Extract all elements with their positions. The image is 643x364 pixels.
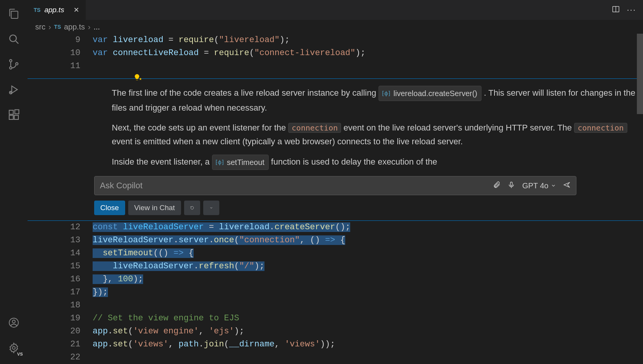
main-area: TS app.ts ✕ ··· src › TS app.ts › ... 9 …	[28, 0, 643, 364]
more-options-button[interactable]	[203, 201, 219, 215]
copilot-inline-panel: The first line of the code creates a liv…	[28, 78, 643, 221]
svg-rect-9	[14, 115, 18, 119]
code-line	[93, 60, 643, 73]
svg-point-2	[9, 60, 11, 62]
lightbulb-icon[interactable]	[133, 73, 142, 81]
line-number-gutter: 12 13 14 15 16 17 18 19 20 21 22	[28, 221, 93, 364]
svg-point-3	[9, 67, 11, 69]
typescript-badge-icon: TS	[54, 24, 61, 30]
code-line: var livereload = require("livereload");	[93, 34, 643, 47]
code-line: app.set('views', path.join(__dirname, 'v…	[93, 338, 643, 351]
copilot-action-row: Close View in Chat	[28, 201, 643, 220]
code-line	[93, 351, 643, 364]
symbol-icon: ⁅ɸ⁆	[382, 87, 390, 100]
split-editor-icon[interactable]	[612, 5, 620, 15]
microphone-icon[interactable]	[508, 181, 515, 190]
breadcrumb-more[interactable]: ...	[93, 23, 100, 31]
code-reference-chip[interactable]: ⁅ɸ⁆livereload.createServer()	[379, 86, 481, 101]
code-line	[93, 299, 643, 312]
svg-line-1	[16, 41, 18, 44]
settings-gear-icon[interactable]: VS	[5, 339, 23, 357]
code-line: liveReloadServer.refresh("/");	[93, 260, 643, 273]
send-icon[interactable]	[563, 181, 571, 190]
regenerate-button[interactable]	[184, 201, 200, 215]
breadcrumb-separator-icon: ›	[49, 23, 51, 31]
code-line: }, 100);	[93, 273, 643, 286]
search-icon[interactable]	[5, 30, 23, 48]
code-line: liveReloadServer.server.once("connection…	[93, 234, 643, 247]
inline-code-chip: connection	[574, 123, 627, 133]
extensions-icon[interactable]	[5, 106, 23, 124]
svg-rect-10	[15, 110, 19, 114]
svg-rect-8	[9, 115, 13, 119]
tab-bar: TS app.ts ✕ ···	[28, 0, 643, 20]
inline-code-chip: connection	[288, 123, 341, 133]
activity-bar: VS	[0, 0, 28, 364]
code-line: var connectLiveReload = require("connect…	[93, 47, 643, 60]
svg-point-12	[12, 320, 15, 323]
line-number-gutter: 9 10 11	[28, 34, 93, 78]
tab-app-ts[interactable]: TS app.ts ✕	[28, 0, 86, 20]
scrollbar-track	[637, 34, 643, 364]
svg-point-13	[12, 346, 15, 349]
source-control-icon[interactable]	[5, 55, 23, 73]
attach-icon[interactable]	[493, 181, 501, 190]
code-line: // Set the view engine to EJS	[93, 312, 643, 325]
code-editor[interactable]: 9 10 11 var livereload = require("livere…	[28, 34, 643, 78]
svg-point-4	[15, 63, 18, 65]
code-editor-lower[interactable]: 12 13 14 15 16 17 18 19 20 21 22 const l…	[28, 221, 643, 364]
copilot-ask-input[interactable]	[100, 181, 486, 191]
code-line: const liveReloadServer = livereload.crea…	[93, 221, 643, 234]
svg-rect-7	[9, 110, 13, 114]
code-line: app.set('view engine', 'ejs');	[93, 325, 643, 338]
code-line: });	[93, 286, 643, 299]
breadcrumb-folder[interactable]: src	[35, 23, 46, 31]
svg-point-0	[10, 35, 16, 41]
model-selector[interactable]: GPT 4o	[522, 181, 556, 190]
breadcrumb-file[interactable]: app.ts	[64, 23, 85, 31]
code-reference-chip[interactable]: ⁅ɸ⁆setTimeout	[212, 155, 269, 170]
view-in-chat-button[interactable]: View in Chat	[128, 201, 181, 215]
close-tab-icon[interactable]: ✕	[73, 6, 79, 14]
code-line: setTimeout(() => {	[93, 247, 643, 260]
account-icon[interactable]	[5, 313, 23, 332]
tab-filename: app.ts	[44, 6, 64, 14]
svg-rect-16	[511, 182, 512, 186]
scrollbar-thumb[interactable]	[637, 34, 643, 114]
explorer-icon[interactable]	[5, 5, 23, 23]
run-debug-icon[interactable]	[5, 80, 23, 99]
close-button[interactable]: Close	[94, 201, 125, 215]
more-actions-icon[interactable]: ···	[627, 5, 636, 15]
copilot-ask-input-row: GPT 4o	[94, 176, 576, 195]
symbol-icon: ⁅ɸ⁆	[215, 155, 224, 169]
breadcrumb-separator-icon: ›	[88, 23, 91, 31]
typescript-badge-icon: TS	[34, 7, 41, 13]
breadcrumb[interactable]: src › TS app.ts › ...	[28, 20, 643, 34]
